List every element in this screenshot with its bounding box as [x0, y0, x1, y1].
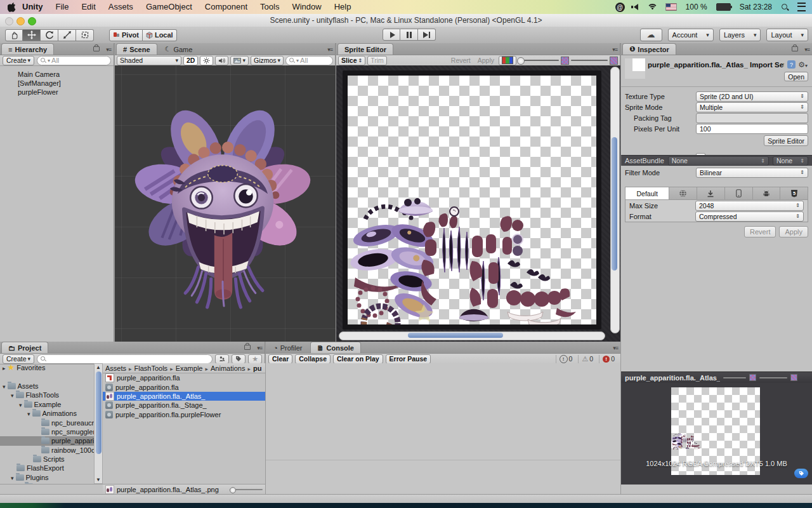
- hand-tool-button[interactable]: [5, 29, 23, 41]
- menu-file[interactable]: File: [49, 0, 75, 14]
- tree-item-flashexport[interactable]: FlashExport: [0, 464, 94, 472]
- platform-tab-web[interactable]: [669, 187, 697, 199]
- disclosure-down-icon[interactable]: [11, 474, 14, 481]
- preview-slider[interactable]: [723, 377, 746, 378]
- creative-cloud-icon[interactable]: @: [615, 3, 625, 12]
- panel-menu-icon[interactable]: ▾≡: [804, 46, 809, 53]
- trim-button[interactable]: Trim: [367, 56, 387, 65]
- menu-clock[interactable]: Sat 23:28: [740, 3, 772, 11]
- tree-item-npc_bureaucr[interactable]: npc_bureaucr: [0, 418, 94, 427]
- breadcrumb-item-animations[interactable]: Animations: [211, 364, 253, 372]
- 2d-toggle-button[interactable]: 2D: [183, 56, 198, 65]
- breadcrumb-item-assets[interactable]: Assets: [105, 364, 134, 372]
- console-button-clear[interactable]: Clear: [268, 354, 292, 364]
- rect-tool-button[interactable]: [76, 29, 94, 41]
- max-size-dropdown[interactable]: 2048⇕: [695, 201, 804, 211]
- console-button-collapse[interactable]: Collapse: [295, 354, 331, 364]
- shading-mode-dropdown[interactable]: Shaded: [117, 56, 181, 65]
- notification-center-icon[interactable]: [797, 3, 806, 11]
- console-log-area[interactable]: [266, 363, 620, 494]
- sprite-atlas-texture[interactable]: [348, 76, 596, 324]
- panel-menu-icon[interactable]: ▾≡: [612, 46, 617, 53]
- tree-item-assets[interactable]: Assets: [0, 382, 94, 391]
- lock-icon[interactable]: [792, 46, 798, 51]
- tab-hierarchy[interactable]: ≡ Hierarchy: [1, 43, 54, 55]
- preview-mip-slider[interactable]: [759, 377, 787, 378]
- file-row[interactable]: purple_apparition.fla: [103, 382, 265, 391]
- file-row[interactable]: purple_apparition.fla.purpleFlower: [103, 410, 265, 419]
- window-close-button[interactable]: [5, 17, 13, 25]
- platform-tab-standalone[interactable]: [697, 187, 725, 199]
- purple-flower-character[interactable]: [124, 98, 321, 311]
- project-tree-scrollbar[interactable]: ▲ ▼: [94, 363, 103, 484]
- input-language-flag-icon[interactable]: [665, 3, 677, 11]
- hierarchy-search-input[interactable]: ▾ All: [37, 56, 111, 65]
- scale-tool-button[interactable]: [58, 29, 76, 41]
- tree-item-plugins[interactable]: Plugins: [0, 473, 94, 482]
- error-count-badge[interactable]: !0: [599, 355, 618, 363]
- platform-tab-android[interactable]: [753, 187, 781, 199]
- layout-dropdown[interactable]: Layout: [766, 29, 808, 41]
- inspector-apply-button[interactable]: Apply: [779, 226, 808, 237]
- disclosure-down-icon[interactable]: [3, 382, 6, 390]
- scene-search-input[interactable]: ▾ All: [285, 56, 333, 65]
- tree-item-rainbow_100c[interactable]: rainbow_100c: [0, 446, 94, 455]
- panel-menu-icon[interactable]: ▾≡: [257, 345, 262, 351]
- local-toggle-button[interactable]: Local: [143, 29, 177, 41]
- scene-audio-button[interactable]: [215, 56, 228, 65]
- file-row[interactable]: purple_apparition.fla._Stage_: [103, 401, 265, 410]
- step-button[interactable]: [418, 29, 436, 41]
- breadcrumb-item-pu[interactable]: pu: [253, 364, 261, 372]
- inspector-revert-button[interactable]: Revert: [744, 226, 776, 237]
- spotlight-search-icon[interactable]: [781, 3, 789, 11]
- thumbnail-size-slider[interactable]: [230, 489, 263, 490]
- hierarchy-item-main-camera[interactable]: Main Camera: [0, 70, 114, 79]
- gear-icon[interactable]: ⚙▾: [798, 60, 808, 69]
- tab-project[interactable]: 🗀 Project: [1, 342, 48, 353]
- cloud-button[interactable]: ☁: [640, 29, 662, 41]
- format-dropdown[interactable]: Compressed⇕: [695, 211, 804, 222]
- help-icon[interactable]: ?: [787, 60, 796, 69]
- hierarchy-create-button[interactable]: Create: [3, 56, 34, 65]
- scene-lighting-button[interactable]: [200, 56, 213, 65]
- tab-profiler[interactable]: ◔ Profiler: [267, 342, 309, 353]
- volume-icon[interactable]: [634, 4, 638, 10]
- lock-icon[interactable]: [244, 345, 251, 350]
- info-count-badge[interactable]: !0: [556, 355, 576, 363]
- assetbundle-variant-dropdown[interactable]: None⇕: [773, 156, 808, 166]
- tab-sprite-editor[interactable]: Sprite Editor: [337, 43, 393, 55]
- gizmos-dropdown[interactable]: Gizmos: [251, 56, 284, 65]
- menu-assets[interactable]: Assets: [102, 0, 140, 14]
- tree-item-npc_smuggler[interactable]: npc_smuggler: [0, 427, 94, 436]
- sprite-apply-button[interactable]: Apply: [475, 57, 497, 65]
- platform-tab-webgl[interactable]: 5: [780, 187, 808, 199]
- menu-gameobject[interactable]: GameObject: [140, 0, 199, 14]
- assetbundle-dropdown[interactable]: None⇕: [668, 156, 769, 166]
- texture-type-dropdown[interactable]: Sprite (2D and UI)⇕: [696, 91, 808, 102]
- disclosure-down-icon[interactable]: [11, 391, 14, 399]
- platform-tab-default[interactable]: Default: [625, 187, 669, 199]
- menu-edit[interactable]: Edit: [75, 0, 102, 14]
- tree-item-purple_appari[interactable]: purple_appari: [0, 436, 94, 445]
- menu-tools[interactable]: Tools: [254, 0, 285, 14]
- sprite-mode-dropdown[interactable]: Multiple⇕: [696, 102, 808, 112]
- tab-game[interactable]: ☾ Game: [159, 44, 199, 55]
- breadcrumb-item-example[interactable]: Example: [176, 364, 211, 372]
- project-create-button[interactable]: Create: [3, 354, 34, 364]
- lock-icon[interactable]: [93, 46, 100, 51]
- zoom-slider[interactable]: [518, 60, 559, 61]
- menu-help[interactable]: Help: [328, 0, 358, 14]
- menu-unity[interactable]: Unity: [16, 0, 49, 14]
- sprite-editor-canvas[interactable]: [336, 65, 620, 342]
- filter-mode-dropdown[interactable]: Bilinear⇕: [696, 168, 808, 178]
- battery-icon[interactable]: [716, 3, 731, 11]
- search-favorites-button[interactable]: ★: [248, 354, 262, 364]
- horizontal-scrollbar[interactable]: [339, 331, 605, 340]
- panel-menu-icon[interactable]: ▾≡: [327, 46, 332, 53]
- scene-effects-dropdown[interactable]: [230, 56, 249, 65]
- tab-inspector[interactable]: ❶ Inspector: [622, 43, 676, 55]
- slice-dropdown[interactable]: Slice⇕: [338, 56, 365, 65]
- layers-dropdown[interactable]: Layers: [719, 29, 761, 41]
- search-by-label-button[interactable]: [232, 354, 246, 364]
- console-button-error-pause[interactable]: Error Pause: [386, 354, 431, 364]
